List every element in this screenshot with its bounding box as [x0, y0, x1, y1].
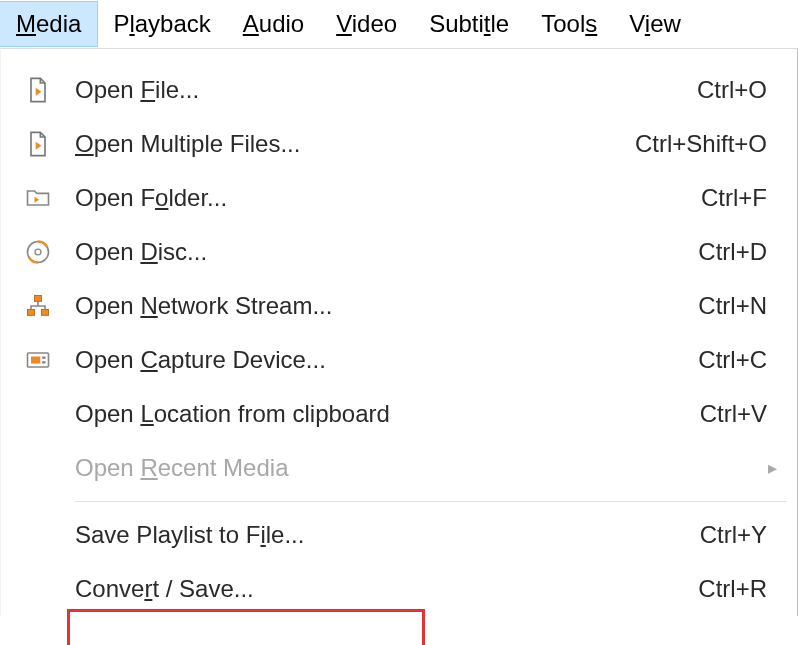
menu-item-label: Open Recent Media — [75, 454, 767, 482]
menu-item-label: Open Multiple Files... — [75, 130, 567, 158]
svg-rect-6 — [31, 357, 40, 364]
file-play-icon — [1, 130, 75, 158]
mnemonic-pre: V — [629, 10, 645, 37]
mnemonic-char: s — [585, 10, 597, 37]
menu-item-shortcut: Ctrl+Y — [567, 521, 767, 549]
svg-rect-4 — [42, 310, 49, 316]
svg-rect-3 — [28, 310, 35, 316]
menubar-item-video[interactable]: Video — [320, 2, 413, 46]
svg-point-1 — [35, 249, 41, 255]
menubar-item-playback[interactable]: Playback — [97, 2, 226, 46]
mnemonic-char: V — [336, 10, 352, 37]
menu-item-open-multiple-files[interactable]: Open Multiple Files... Ctrl+Shift+O — [1, 117, 797, 171]
mnemonic-char: A — [243, 10, 259, 37]
menu-item-shortcut: Ctrl+R — [567, 575, 767, 603]
menu-item-shortcut: Ctrl+N — [567, 292, 767, 320]
menubar-item-view[interactable]: View — [613, 2, 685, 46]
disc-icon — [1, 238, 75, 266]
menu-item-shortcut: Ctrl+F — [567, 184, 767, 212]
menu-item-label: Open Capture Device... — [75, 346, 567, 374]
mnemonic-pre: Subti — [429, 10, 484, 37]
menu-item-open-capture-device[interactable]: Open Capture Device... Ctrl+C — [1, 333, 797, 387]
media-menu-dropdown: Open File... Ctrl+O Open Multiple Files.… — [0, 48, 798, 616]
menu-item-open-disc[interactable]: Open Disc... Ctrl+D — [1, 225, 797, 279]
menu-item-save-playlist[interactable]: Save Playlist to File... Ctrl+Y — [1, 508, 797, 562]
menu-item-open-network-stream[interactable]: Open Network Stream... Ctrl+N — [1, 279, 797, 333]
mnemonic-post: ayback — [135, 10, 211, 37]
menu-item-convert-save[interactable]: Convert / Save... Ctrl+R — [1, 562, 797, 616]
svg-rect-7 — [42, 357, 46, 359]
menu-item-label: Open Folder... — [75, 184, 567, 212]
menu-item-shortcut: Ctrl+Shift+O — [567, 130, 767, 158]
file-play-icon — [1, 76, 75, 104]
mnemonic-pre: Tool — [541, 10, 585, 37]
menu-item-shortcut: Ctrl+V — [567, 400, 767, 428]
folder-play-icon — [1, 184, 75, 212]
menu-item-open-recent-media[interactable]: Open Recent Media ▸ — [1, 441, 797, 495]
menu-item-open-file[interactable]: Open File... Ctrl+O — [1, 63, 797, 117]
menu-item-label: Open Disc... — [75, 238, 567, 266]
mnemonic-post: edia — [36, 10, 81, 37]
menu-item-label: Open Network Stream... — [75, 292, 567, 320]
submenu-arrow-icon: ▸ — [768, 457, 777, 479]
svg-rect-2 — [35, 296, 42, 302]
menu-item-open-location-clipboard[interactable]: Open Location from clipboard Ctrl+V — [1, 387, 797, 441]
mnemonic-post: udio — [259, 10, 304, 37]
menu-item-shortcut: Ctrl+D — [567, 238, 767, 266]
menubar-item-subtitle[interactable]: Subtitle — [413, 2, 525, 46]
menubar-item-tools[interactable]: Tools — [525, 2, 613, 46]
mnemonic-post: ideo — [352, 10, 397, 37]
menu-item-shortcut: Ctrl+O — [567, 76, 767, 104]
menu-item-label: Open File... — [75, 76, 567, 104]
menubar-item-media[interactable]: Media — [0, 2, 97, 46]
mnemonic-char: M — [16, 10, 36, 37]
menubar-item-audio[interactable]: Audio — [227, 2, 320, 46]
menu-separator — [75, 501, 787, 502]
mnemonic-pre: P — [113, 10, 129, 37]
menu-item-label: Open Location from clipboard — [75, 400, 567, 428]
menubar: Media Playback Audio Video Subtitle Tool… — [0, 0, 800, 48]
mnemonic-char: t — [484, 10, 491, 37]
svg-rect-8 — [42, 361, 46, 363]
network-icon — [1, 292, 75, 320]
mnemonic-post: le — [491, 10, 510, 37]
menu-item-open-folder[interactable]: Open Folder... Ctrl+F — [1, 171, 797, 225]
menu-item-label: Save Playlist to File... — [75, 521, 567, 549]
menu-item-label: Convert / Save... — [75, 575, 567, 603]
menu-item-shortcut: Ctrl+C — [567, 346, 767, 374]
capture-device-icon — [1, 346, 75, 374]
mnemonic-post: ew — [650, 10, 681, 37]
